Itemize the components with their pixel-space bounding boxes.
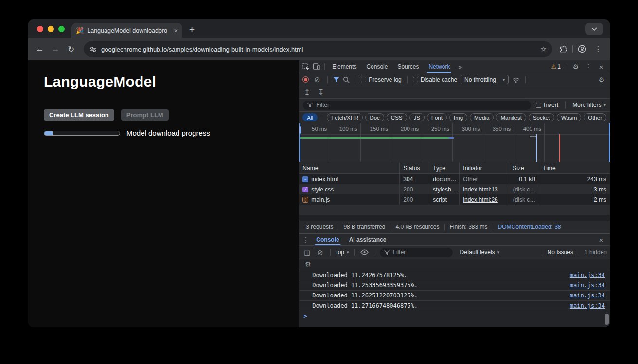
drawer-close-icon[interactable]: × [596, 236, 606, 243]
drawer-menu-icon[interactable]: ⋮ [301, 236, 311, 243]
chip-manifest[interactable]: Manifest [496, 113, 526, 121]
browser-menu-icon[interactable]: ⋮ [591, 45, 605, 53]
profile-icon[interactable] [578, 45, 586, 53]
zoom-window-button[interactable] [58, 26, 65, 32]
network-conditions-icon[interactable] [512, 76, 520, 83]
bookmark-star-icon[interactable]: ☆ [540, 45, 547, 53]
invert-checkbox[interactable]: Invert [536, 102, 558, 108]
tab-sources[interactable]: Sources [393, 60, 423, 73]
disable-cache-checkbox[interactable]: Disable cache [413, 76, 457, 83]
import-har-icon[interactable]: ↥ [304, 88, 310, 97]
tab-network[interactable]: Network [424, 60, 454, 73]
live-expression-eye-icon[interactable] [360, 249, 369, 255]
record-network-log-button[interactable] [302, 76, 309, 83]
initiator-link[interactable]: index.html:13 [463, 186, 497, 193]
no-issues-label[interactable]: No Issues [548, 249, 573, 256]
forward-button[interactable]: → [49, 44, 62, 54]
chip-other[interactable]: Other [584, 113, 606, 121]
network-overview-timeline[interactable]: 50 ms 100 ms 150 ms 200 ms 250 ms 300 ms… [299, 123, 610, 162]
inspect-element-icon[interactable] [301, 63, 311, 70]
chip-js[interactable]: JS [409, 113, 425, 121]
toolbar-right: ⋮ [559, 45, 605, 53]
reload-button[interactable]: ↻ [64, 44, 78, 54]
chip-socket[interactable]: Socket [529, 113, 554, 121]
favicon-icon: 🎉 [76, 27, 84, 34]
throttling-select[interactable]: No throttling ▾ [461, 75, 509, 84]
tab-close-icon[interactable]: × [174, 27, 178, 34]
tick-label: 150 ms [361, 126, 388, 132]
chip-wasm[interactable]: Wasm [557, 113, 581, 121]
table-row[interactable]: ╱ style.css 200 stylesh… index.html:13 (… [299, 184, 610, 194]
issues-warning[interactable]: ⚠1 [551, 63, 561, 70]
network-filter-input[interactable]: Filter [303, 101, 531, 110]
source-link[interactable]: main.js:34 [570, 272, 605, 278]
clear-network-log-icon[interactable]: ⊘ [312, 76, 322, 83]
clear-console-icon[interactable]: ⊘ [315, 249, 325, 256]
console-prompt[interactable]: > [299, 311, 610, 321]
summary-finish: Finish: 383 ms [445, 224, 493, 230]
table-row[interactable]: ≡ index.html 304 docum… Other 0.1 kB 243… [299, 174, 610, 184]
site-settings-icon[interactable] [89, 46, 97, 52]
context-select[interactable]: top ▾ [336, 249, 349, 256]
devtools-close-icon[interactable]: × [596, 63, 606, 70]
source-link[interactable]: main.js:34 [570, 282, 605, 289]
browser-tab[interactable]: 🎉 LanguageModel downloadpro × [71, 23, 182, 38]
progress-fill [44, 131, 53, 135]
drawer-tab-console[interactable]: Console [312, 234, 343, 245]
network-filter-row: Filter Invert More filters ▾ [299, 99, 610, 112]
overview-right-handle[interactable] [609, 123, 610, 162]
initiator-link[interactable]: index.html:26 [463, 196, 497, 203]
col-time[interactable]: Time [539, 162, 610, 173]
col-name[interactable]: Name [299, 162, 400, 173]
filter-funnel-icon[interactable] [333, 77, 339, 83]
chip-css[interactable]: CSS [387, 113, 407, 121]
network-toolbar: ⊘ Preserve log Disable cache [299, 73, 610, 86]
console-settings-gear-icon[interactable]: ⚙ [303, 261, 313, 268]
console-filter-input[interactable]: Filter [380, 248, 453, 257]
tab-console[interactable]: Console [362, 60, 392, 73]
new-tab-button[interactable]: + [189, 25, 195, 34]
back-button[interactable]: ← [33, 44, 47, 54]
export-har-icon[interactable]: ↧ [318, 88, 324, 97]
col-initiator[interactable]: Initiator [460, 162, 509, 173]
chip-all[interactable]: All [302, 113, 318, 121]
console-message: Downloaded 11.26251220703125%. main.js:3… [299, 291, 610, 301]
col-size[interactable]: Size [509, 162, 539, 173]
chip-media[interactable]: Media [470, 113, 494, 121]
preserve-log-checkbox[interactable]: Preserve log [361, 76, 401, 83]
create-llm-session-button[interactable]: Create LLM session [44, 109, 114, 121]
drawer-tab-ai-assistance[interactable]: AI assistance [345, 234, 391, 245]
hidden-messages-count[interactable]: 1 hidden [585, 249, 607, 256]
close-window-button[interactable] [37, 26, 43, 32]
tab-elements[interactable]: Elements [328, 60, 361, 73]
document-file-icon: ≡ [302, 176, 308, 182]
chip-font[interactable]: Font [427, 113, 447, 121]
traffic-lights [37, 26, 65, 32]
chip-img[interactable]: Img [449, 113, 467, 121]
chip-fetch-xhr[interactable]: Fetch/XHR [327, 113, 363, 121]
col-status[interactable]: Status [400, 162, 429, 173]
console-messages: Downloaded 11.24267578125%. main.js:34 D… [299, 270, 610, 311]
more-tabs-icon[interactable]: » [455, 64, 465, 70]
chip-doc[interactable]: Doc [365, 113, 384, 121]
devtools-menu-icon[interactable]: ⋮ [584, 63, 593, 70]
extensions-icon[interactable] [559, 45, 567, 53]
source-link[interactable]: main.js:34 [570, 292, 605, 299]
search-icon[interactable] [343, 76, 350, 83]
device-toolbar-icon[interactable] [312, 63, 321, 70]
omnibox[interactable]: googlechrome.github.io/samples/downloadi… [84, 41, 552, 57]
console-sidebar-icon[interactable]: ◫ [302, 249, 312, 256]
more-filters-dropdown[interactable]: More filters ▾ [572, 102, 606, 108]
table-row[interactable]: {} main.js 200 script index.html:26 (dis… [299, 194, 610, 205]
col-type[interactable]: Type [429, 162, 460, 173]
stylesheet-file-icon: ╱ [302, 187, 308, 192]
window-chevron-button[interactable] [585, 23, 603, 35]
default-levels-dropdown[interactable]: Default levels ▾ [460, 249, 500, 256]
source-link[interactable]: main.js:34 [570, 302, 605, 309]
network-settings-gear-icon[interactable]: ⚙ [597, 76, 606, 83]
settings-gear-icon[interactable]: ⚙ [571, 63, 581, 70]
page-title: LanguageModel [44, 73, 299, 90]
minimize-window-button[interactable] [48, 26, 54, 32]
tick-label: 350 ms [483, 126, 511, 132]
scrollbar-thumb[interactable] [605, 314, 609, 325]
